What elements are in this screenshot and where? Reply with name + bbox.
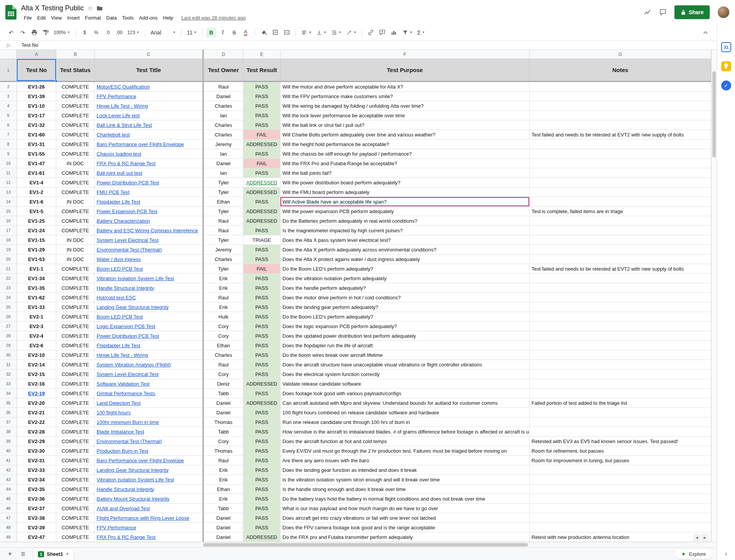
cell-test-title[interactable]: FPV Performance xyxy=(95,92,204,101)
cell-test-status[interactable]: COMPLETE xyxy=(56,322,95,331)
column-header-C[interactable]: C xyxy=(95,50,204,59)
cell-test-owner[interactable]: Charles xyxy=(204,350,243,360)
cell-test-owner[interactable]: Deniz xyxy=(204,379,243,389)
cell-test-status[interactable]: IN DOC xyxy=(56,197,95,207)
cell-test-title[interactable]: Vibration Isolation System Life Test xyxy=(95,274,204,283)
row-header[interactable]: 40 xyxy=(0,446,17,456)
row-header[interactable]: 37 xyxy=(0,417,17,427)
cell-notes[interactable] xyxy=(530,216,711,226)
cell-notes[interactable] xyxy=(530,312,711,322)
sheets-logo-icon[interactable] xyxy=(5,5,16,20)
cell-test-status[interactable]: COMPLETE xyxy=(56,207,95,216)
cell-notes[interactable] xyxy=(530,159,711,168)
cell-test-purpose[interactable]: Do the Boom LED's perform adequately? xyxy=(281,312,530,322)
cell-test-status[interactable]: COMPLETE xyxy=(56,408,95,417)
cell-test-no[interactable]: EV1-10 xyxy=(17,101,56,111)
test-title-link[interactable]: Vibration Isolation System Life Test xyxy=(97,477,174,483)
cell-test-result[interactable]: ADDRESSED xyxy=(243,207,281,216)
row-header[interactable]: 47 xyxy=(0,513,17,523)
test-title-link[interactable]: Baro Performance over Flight Envelope xyxy=(97,141,184,147)
cell-test-purpose[interactable]: Can aircraft autoland with Mpro and skyv… xyxy=(281,398,530,408)
cell-notes[interactable] xyxy=(530,523,711,532)
row-header[interactable]: 33 xyxy=(0,379,17,389)
cell-test-result[interactable]: ADDRESSED xyxy=(243,178,281,187)
cell-test-title[interactable]: Vibration Isolation System Life Test xyxy=(95,475,204,484)
row-header[interactable]: 27 xyxy=(0,322,17,331)
cell-test-no[interactable]: EV1-55 xyxy=(17,149,56,159)
cell-test-title[interactable]: Battery and ESC Wiring Compass Interefen… xyxy=(95,226,204,235)
test-title-link[interactable]: System Level Electrical Test xyxy=(97,237,159,243)
cell-test-result[interactable]: PASS xyxy=(243,465,281,475)
cell-test-status[interactable]: COMPLETE xyxy=(56,484,95,494)
cell-test-owner[interactable]: Erik xyxy=(204,283,243,293)
cell-test-purpose[interactable]: Do the boom wires break over aircraft li… xyxy=(281,350,530,360)
cell-notes[interactable] xyxy=(530,226,711,235)
cell-test-purpose[interactable]: Will Charlie Bolts perform adequately ov… xyxy=(281,130,530,140)
cell-test-no[interactable]: EV1-29 xyxy=(17,245,56,255)
cell-test-title[interactable]: Power Distribution PCB Test xyxy=(95,331,204,341)
cell-test-result[interactable]: PASS xyxy=(243,456,281,465)
cell-notes[interactable] xyxy=(530,465,711,475)
cell-notes[interactable] xyxy=(530,120,711,130)
insert-comment-button[interactable] xyxy=(377,28,387,38)
menu-help[interactable]: Help xyxy=(160,14,176,22)
cell-test-result[interactable]: PASS xyxy=(243,370,281,379)
cell-test-title[interactable]: Battery Mount Structural Integrity xyxy=(95,494,204,504)
row-header[interactable]: 36 xyxy=(0,408,17,417)
share-button[interactable]: Share xyxy=(674,5,710,19)
cell-test-result[interactable]: ADDRESSED xyxy=(243,532,281,542)
cell-test-owner[interactable]: Jeremy xyxy=(204,140,243,149)
text-color-button[interactable]: A xyxy=(241,28,251,38)
vertical-align-menu[interactable]: ▼ xyxy=(315,28,328,38)
cell-test-title[interactable]: Charliebolt test xyxy=(95,130,204,140)
cell-test-status[interactable]: COMPLETE xyxy=(56,341,95,350)
cell-test-title[interactable]: Software Validation Test xyxy=(95,379,204,389)
row-header[interactable]: 32 xyxy=(0,370,17,379)
cell-test-owner[interactable]: Tyler xyxy=(204,207,243,216)
cell-test-owner[interactable]: Daniel xyxy=(204,408,243,417)
test-title-link[interactable]: Power Distribution PCB Test xyxy=(97,180,159,186)
cell-test-status[interactable]: COMPLETE xyxy=(56,264,95,274)
cell-test-no[interactable]: EV2-36 xyxy=(17,494,56,504)
cell-test-result[interactable]: PASS xyxy=(243,92,281,101)
cell-notes[interactable]: Retest with new production antenna locat… xyxy=(530,532,711,542)
cell-test-result[interactable]: PASS xyxy=(243,226,281,235)
cell-test-purpose[interactable]: Does the flopdapter run the life of airc… xyxy=(281,341,530,350)
cell-test-purpose[interactable]: Every EV/DV unit must go through the 2 h… xyxy=(281,446,530,456)
cell-test-result[interactable]: PASS xyxy=(243,513,281,523)
comment-history-icon[interactable] xyxy=(659,8,667,16)
row-header[interactable]: 24 xyxy=(0,293,17,302)
cell-test-purpose[interactable]: Will the ball joints fail? xyxy=(281,168,530,178)
menu-data[interactable]: Data xyxy=(103,14,119,22)
cell-test-title[interactable]: Blade Imbalance Test xyxy=(95,427,204,437)
cell-test-owner[interactable]: Tabb xyxy=(204,504,243,513)
cell-notes[interactable]: Test failed and needs to be retested at … xyxy=(530,264,711,274)
number-format-menu[interactable]: 123▼ xyxy=(126,28,141,38)
borders-button[interactable] xyxy=(270,28,280,38)
test-title-link[interactable]: FPV Performance xyxy=(97,525,136,530)
header-cell-b[interactable]: Test Status xyxy=(56,59,95,82)
test-title-link[interactable]: AUW and Overload Test xyxy=(97,506,150,511)
cell-test-title[interactable]: Baro Performance over Flight Envelope xyxy=(95,140,204,149)
cell-test-purpose[interactable]: Do the Boom LED's perform adequately? xyxy=(281,264,530,274)
filter-button[interactable]: ▼ xyxy=(400,28,414,38)
cell-test-title[interactable]: Environmental Test (Thermal) xyxy=(95,437,204,446)
cell-test-title[interactable]: Motor/ESC Qualification xyxy=(95,82,204,92)
cell-test-result[interactable]: PASS xyxy=(243,274,281,283)
activity-dashboard-icon[interactable] xyxy=(644,9,651,16)
test-title-link[interactable]: Handle Structural Integrity xyxy=(97,486,154,492)
row-header[interactable]: 21 xyxy=(0,264,17,274)
cell-test-title[interactable]: Flight Performance with Ring Lever Loose xyxy=(95,513,204,523)
document-title[interactable]: Alta X Testing Public xyxy=(21,4,84,12)
cell-test-no[interactable]: EV2-35 xyxy=(17,484,56,494)
vertical-scrollbar[interactable] xyxy=(711,50,717,542)
cell-test-status[interactable]: COMPLETE xyxy=(56,532,95,542)
cell-test-no[interactable]: EV1-32 xyxy=(17,120,56,130)
cell-test-owner[interactable]: Ian xyxy=(204,111,243,120)
row-header[interactable]: 3 xyxy=(0,92,17,101)
toolbar-collapse-button[interactable] xyxy=(701,28,710,38)
cell-notes[interactable] xyxy=(530,149,711,159)
cell-test-result[interactable]: PASS xyxy=(243,446,281,456)
last-edit-link[interactable]: Last edit was 28 minutes ago xyxy=(181,15,246,21)
cell-test-purpose[interactable]: Will the ball link or strut fail / pull … xyxy=(281,120,530,130)
